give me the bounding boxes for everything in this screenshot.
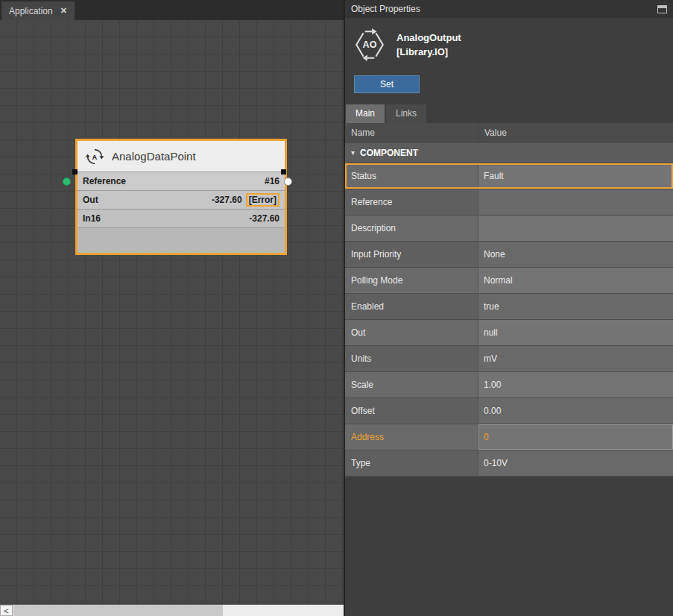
close-tab-icon[interactable]: ✕ — [60, 6, 67, 16]
analog-point-icon: A — [85, 147, 104, 166]
property-name: Input Priority — [345, 242, 478, 267]
node-slot-reference[interactable]: Reference #16 — [78, 172, 285, 191]
property-row-offset: Offset 0.00 — [345, 398, 673, 424]
property-value[interactable]: None — [478, 242, 673, 267]
object-title: AnalogOutput [Library.IO] — [396, 31, 461, 60]
object-library: [Library.IO] — [396, 45, 461, 60]
property-row-enabled: Enabled true — [345, 294, 673, 320]
property-row-status: Status Fault — [345, 163, 673, 189]
output-port[interactable] — [284, 177, 292, 186]
property-value[interactable]: 0-10V — [478, 450, 673, 476]
function-block-node[interactable]: A AnalogDataPoint Reference #16 Out -327… — [75, 139, 287, 255]
set-button[interactable]: Set — [354, 75, 420, 93]
node-title-bar[interactable]: A AnalogDataPoint — [78, 141, 285, 172]
object-icon-letters: AO — [363, 40, 377, 50]
property-row-input-priority: Input Priority None — [345, 242, 673, 268]
property-value[interactable]: Fault — [478, 163, 673, 189]
node-icon-letter: A — [92, 153, 98, 160]
object-properties-panel: Object Properties AO AnalogOutput [Libra… — [344, 0, 673, 616]
dock-window-icon[interactable] — [657, 5, 667, 13]
property-name: Units — [345, 346, 478, 371]
property-row-polling-mode: Polling Mode Normal — [345, 268, 673, 294]
error-badge: [Error] — [246, 193, 279, 207]
property-value[interactable]: mV — [478, 346, 673, 371]
tab-links[interactable]: Links — [386, 104, 426, 123]
property-name: Scale — [345, 372, 478, 397]
input-port[interactable] — [63, 177, 71, 186]
analog-output-icon: AO — [353, 28, 387, 62]
app-window: Application ✕ A AnalogDataPoint Re — [0, 0, 673, 616]
object-header: AO AnalogOutput [Library.IO] — [345, 18, 673, 65]
property-value[interactable]: 0 — [478, 424, 673, 450]
property-value[interactable]: null — [478, 320, 673, 345]
property-name: Out — [345, 320, 478, 345]
section-label: COMPONENT — [360, 148, 418, 158]
section-component[interactable]: ▾ COMPONENT — [345, 142, 673, 163]
node-slot-in16[interactable]: In16 -327.60 — [78, 210, 285, 228]
property-row-description: Description — [345, 216, 673, 242]
property-grid: Name Value ▾ COMPONENT Status Fault Refe… — [345, 123, 673, 477]
property-value[interactable]: 1.00 — [478, 372, 673, 397]
node-slot-out[interactable]: Out -327.60 [Error] — [78, 191, 285, 210]
selection-handle-right[interactable] — [281, 169, 286, 175]
property-value[interactable]: Normal — [478, 268, 673, 293]
property-value[interactable]: true — [478, 294, 673, 319]
object-name: AnalogOutput — [396, 31, 461, 45]
property-name: Status — [345, 163, 478, 189]
tab-application-label: Application — [9, 6, 53, 16]
editor-panel: Application ✕ A AnalogDataPoint Re — [0, 0, 344, 616]
properties-tabs: Main Links — [345, 104, 673, 123]
editor-tabbar: Application ✕ — [0, 0, 344, 20]
slot-value: -327.60 — [249, 213, 279, 224]
panel-title: Object Properties — [351, 4, 420, 14]
horizontal-scrollbar[interactable]: < — [0, 604, 344, 616]
slot-value: #16 — [265, 176, 279, 186]
property-row-address: Address 0 — [345, 424, 673, 450]
collapse-arrow-icon: ▾ — [351, 148, 355, 157]
property-name: Polling Mode — [345, 268, 478, 293]
grid-header: Name Value — [345, 123, 673, 142]
property-row-reference: Reference — [345, 189, 673, 216]
property-name: Enabled — [345, 294, 478, 319]
property-name: Type — [345, 450, 478, 476]
node-footer — [78, 228, 285, 253]
scrollbar-thumb[interactable] — [13, 605, 223, 616]
property-name: Address — [345, 424, 478, 450]
tab-application[interactable]: Application ✕ — [1, 1, 75, 20]
slot-name: Out — [83, 195, 98, 205]
scroll-left-button[interactable]: < — [0, 605, 13, 616]
property-row-scale: Scale 1.00 — [345, 372, 673, 398]
property-row-out: Out null — [345, 320, 673, 346]
property-value[interactable] — [478, 189, 673, 215]
column-header-name: Name — [345, 123, 478, 142]
tab-main[interactable]: Main — [346, 104, 385, 123]
slot-value: -327.60 — [212, 195, 242, 205]
panel-empty-area — [345, 477, 673, 616]
property-value[interactable] — [478, 216, 673, 241]
column-header-value: Value — [478, 123, 673, 142]
node-title: AnalogDataPoint — [112, 150, 196, 163]
property-value[interactable]: 0.00 — [478, 398, 673, 424]
panel-titlebar: Object Properties — [345, 0, 673, 18]
property-name: Reference — [345, 189, 478, 215]
property-row-units: Units mV — [345, 346, 673, 372]
slot-name: Reference — [83, 176, 126, 186]
selection-handle-left[interactable] — [72, 169, 78, 175]
wiresheet-canvas[interactable]: A AnalogDataPoint Reference #16 Out -327… — [0, 20, 344, 604]
property-name: Offset — [345, 398, 478, 424]
slot-name: In16 — [83, 213, 101, 224]
property-name: Description — [345, 216, 478, 241]
property-row-type: Type 0-10V — [345, 450, 673, 477]
